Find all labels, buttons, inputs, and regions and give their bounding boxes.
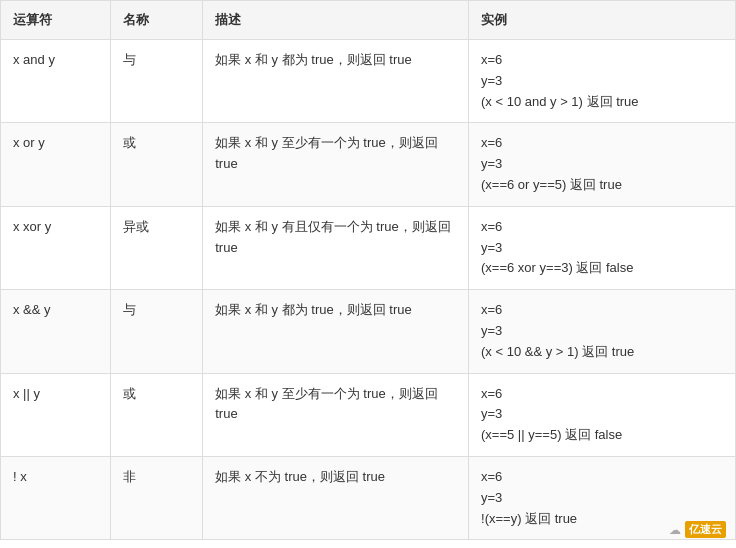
cell-description: 如果 x 和 y 至少有一个为 true，则返回 true: [203, 373, 469, 456]
cell-name: 与: [110, 290, 202, 373]
cell-operator: x and y: [1, 40, 111, 123]
table-row: ! x非如果 x 不为 true，则返回 truex=6y=3!(x==y) 返…: [1, 456, 736, 539]
cell-name: 或: [110, 123, 202, 206]
watermark: ☁ 亿速云: [669, 521, 726, 538]
cell-example: x=6y=3(x < 10 && y > 1) 返回 true: [469, 290, 736, 373]
cell-name: 非: [110, 456, 202, 539]
watermark-icon: ☁: [669, 523, 681, 537]
operators-table: 运算符 名称 描述 实例 x and y与如果 x 和 y 都为 true，则返…: [0, 0, 736, 540]
cell-operator: x xor y: [1, 206, 111, 289]
table-row: x || y或如果 x 和 y 至少有一个为 true，则返回 truex=6y…: [1, 373, 736, 456]
header-example: 实例: [469, 1, 736, 40]
header-description: 描述: [203, 1, 469, 40]
cell-operator: x || y: [1, 373, 111, 456]
cell-operator: x or y: [1, 123, 111, 206]
cell-name: 异或: [110, 206, 202, 289]
table-row: x xor y异或如果 x 和 y 有且仅有一个为 true，则返回 truex…: [1, 206, 736, 289]
cell-example: x=6y=3(x < 10 and y > 1) 返回 true: [469, 40, 736, 123]
table-row: x and y与如果 x 和 y 都为 true，则返回 truex=6y=3(…: [1, 40, 736, 123]
table-row: x or y或如果 x 和 y 至少有一个为 true，则返回 truex=6y…: [1, 123, 736, 206]
table-row: x && y与如果 x 和 y 都为 true，则返回 truex=6y=3(x…: [1, 290, 736, 373]
cell-example: x=6y=3(x==6 or y==5) 返回 true: [469, 123, 736, 206]
cell-operator: ! x: [1, 456, 111, 539]
watermark-logo: 亿速云: [685, 521, 726, 538]
cell-example: x=6y=3(x==5 || y==5) 返回 false: [469, 373, 736, 456]
cell-name: 与: [110, 40, 202, 123]
cell-description: 如果 x 和 y 都为 true，则返回 true: [203, 290, 469, 373]
cell-description: 如果 x 不为 true，则返回 true: [203, 456, 469, 539]
header-name: 名称: [110, 1, 202, 40]
header-operator: 运算符: [1, 1, 111, 40]
cell-description: 如果 x 和 y 都为 true，则返回 true: [203, 40, 469, 123]
cell-description: 如果 x 和 y 有且仅有一个为 true，则返回 true: [203, 206, 469, 289]
cell-operator: x && y: [1, 290, 111, 373]
cell-name: 或: [110, 373, 202, 456]
cell-description: 如果 x 和 y 至少有一个为 true，则返回 true: [203, 123, 469, 206]
cell-example: x=6y=3(x==6 xor y==3) 返回 false: [469, 206, 736, 289]
